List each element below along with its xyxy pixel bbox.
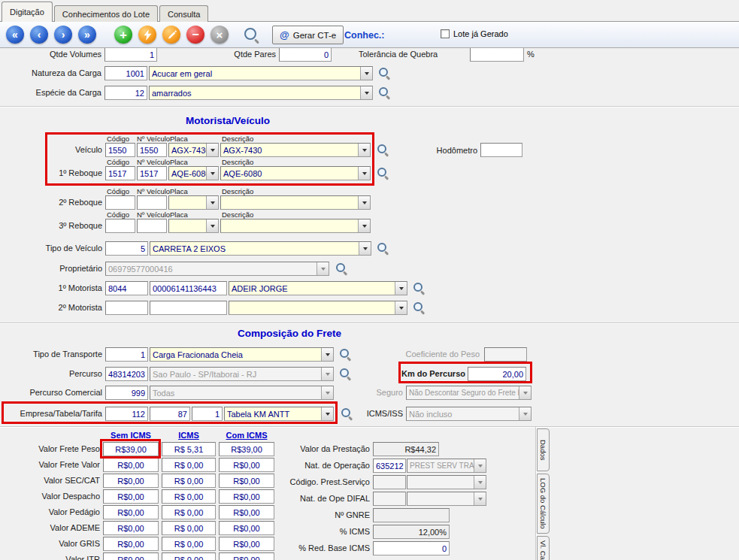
motorista2-nome-select[interactable] — [229, 301, 407, 315]
reboque3-num-field[interactable] — [137, 219, 167, 233]
reboque3-placa-select[interactable] — [168, 219, 219, 233]
natureza-carga-codigo-field[interactable]: 1001 — [104, 66, 147, 80]
tab-consulta[interactable]: Consulta — [159, 5, 208, 22]
reboque1-codigo-field[interactable]: 1517 — [105, 166, 135, 180]
valor-frete-peso-icms-cell[interactable]: R$ 5,31 — [162, 442, 216, 456]
tipo-veiculo-codigo-field[interactable]: 5 — [105, 241, 148, 256]
qtde-pares-field[interactable]: 0 — [279, 47, 332, 62]
tabela-field[interactable]: 87 — [150, 407, 190, 421]
edit-button[interactable] — [162, 26, 180, 44]
motorista1-nome-select[interactable]: ADEIR JORGE — [229, 281, 407, 295]
valor-ademe-com-icms-cell[interactable]: R$0,00 — [219, 521, 274, 535]
side-tab-vl-cal[interactable]: Vl. Cal — [537, 536, 550, 560]
search-icon[interactable] — [378, 86, 391, 99]
motorista1-codigo-field[interactable]: 8044 — [105, 281, 148, 295]
gerar-cte-button[interactable]: @ Gerar CT-e — [272, 26, 344, 44]
valor-frete-valor-icms-cell[interactable]: R$ 0,00 — [162, 458, 216, 472]
reboque1-descricao-select[interactable]: AQE-6080 — [220, 166, 371, 180]
chevron-down-icon[interactable] — [360, 86, 372, 99]
chevron-down-icon[interactable] — [206, 144, 218, 156]
veiculo-num-field[interactable]: 1550 — [137, 143, 167, 157]
search-icon[interactable] — [413, 301, 426, 314]
tarifa-descricao-select[interactable]: Tabela KM ANTT — [224, 407, 334, 421]
search-icon[interactable] — [339, 348, 352, 361]
valor-ademe-icms-cell[interactable]: R$ 0,00 — [162, 521, 216, 535]
motorista1-documento-field[interactable]: 00006141136443 — [150, 281, 227, 295]
valor-frete-peso-sem-icms-cell[interactable]: R$39,00 — [103, 442, 159, 456]
delete-button[interactable]: − — [186, 26, 204, 44]
tipo-transporte-select[interactable]: Carga Fracionada Cheia — [150, 347, 334, 362]
veiculo-codigo-field[interactable]: 1550 — [105, 143, 135, 157]
valor-despacho-icms-cell[interactable]: R$ 0,00 — [162, 489, 216, 504]
natureza-carga-select[interactable]: Acucar em geral — [149, 66, 373, 80]
tolerancia-quebra-field[interactable] — [470, 47, 524, 62]
execute-button[interactable] — [138, 26, 156, 44]
nav-last-button[interactable]: » — [78, 26, 96, 44]
reboque1-placa-select[interactable]: AQE-6080 — [168, 166, 219, 180]
percurso-codigo-field[interactable]: 48314203 — [105, 367, 148, 381]
reboque2-num-field[interactable] — [137, 195, 167, 210]
valor-pedagio-icms-cell[interactable]: R$ 0,00 — [162, 505, 216, 519]
red-base-icms-field[interactable]: 0 — [373, 541, 450, 555]
valor-itr-icms-cell[interactable]: R$ 0,00 — [162, 552, 216, 560]
chevron-down-icon[interactable] — [395, 301, 407, 314]
chevron-down-icon[interactable] — [360, 67, 372, 80]
search-icon[interactable] — [244, 27, 260, 44]
add-button[interactable]: + — [114, 26, 132, 44]
tarifa-field[interactable]: 1 — [192, 407, 223, 421]
valor-gris-com-icms-cell[interactable]: R$0,00 — [219, 537, 274, 551]
especie-carga-select[interactable]: amarrados — [149, 86, 373, 100]
valor-frete-peso-com-icms-cell[interactable]: R$39,00 — [219, 442, 274, 456]
reboque2-codigo-field[interactable] — [105, 195, 135, 210]
tab-conhecimentos-do-lote[interactable]: Conhecimentos do Lote — [54, 5, 158, 22]
chevron-down-icon[interactable] — [206, 167, 218, 180]
chevron-down-icon[interactable] — [395, 282, 407, 295]
cancel-button[interactable]: × — [210, 26, 229, 44]
search-icon[interactable] — [413, 282, 426, 295]
checkbox-box[interactable] — [441, 29, 450, 38]
valor-despacho-com-icms-cell[interactable]: R$0,00 — [219, 489, 274, 504]
search-icon[interactable] — [377, 242, 389, 255]
nav-next-button[interactable]: › — [54, 26, 72, 44]
tab-digitacao[interactable]: Digitação — [2, 2, 53, 22]
especie-carga-codigo-field[interactable]: 12 — [104, 86, 147, 100]
nat-operacao-codigo-field[interactable]: 635212 — [373, 459, 406, 473]
chevron-down-icon[interactable] — [206, 196, 218, 209]
veiculo-descricao-select[interactable]: AGX-7430 — [220, 143, 371, 157]
search-icon[interactable] — [339, 368, 352, 380]
reboque2-descricao-select[interactable] — [220, 195, 371, 210]
side-tab-dados[interactable]: Dados — [537, 428, 550, 471]
valor-gris-icms-cell[interactable]: R$ 0,00 — [162, 537, 216, 551]
hodometro-field[interactable] — [480, 143, 522, 157]
search-icon[interactable] — [335, 262, 348, 275]
valor-gris-sem-icms-cell[interactable]: R$0,00 — [103, 537, 159, 551]
search-icon[interactable] — [377, 167, 389, 180]
chevron-down-icon[interactable] — [206, 219, 218, 232]
veiculo-placa-select[interactable]: AGX-7430 — [168, 143, 219, 157]
empresa-field[interactable]: 112 — [105, 407, 148, 421]
valor-sec-cat-icms-cell[interactable]: R$ 0,00 — [162, 474, 216, 488]
chevron-down-icon[interactable] — [358, 167, 370, 180]
valor-sec-cat-sem-icms-cell[interactable]: R$0,00 — [103, 474, 159, 488]
valor-ademe-sem-icms-cell[interactable]: R$0,00 — [103, 521, 159, 535]
tipo-veiculo-select[interactable]: CARRETA 2 EIXOS — [150, 241, 371, 256]
reboque3-descricao-select[interactable] — [220, 219, 371, 233]
chevron-down-icon[interactable] — [358, 144, 370, 156]
valor-sec-cat-com-icms-cell[interactable]: R$0,00 — [219, 474, 274, 488]
chevron-down-icon[interactable] — [358, 219, 370, 232]
nav-first-button[interactable]: « — [6, 26, 24, 44]
qtde-volumes-field[interactable]: 1 — [104, 47, 157, 62]
valor-frete-valor-sem-icms-cell[interactable]: R$0,00 — [103, 458, 159, 472]
reboque3-codigo-field[interactable] — [105, 219, 135, 233]
reboque1-num-field[interactable]: 1517 — [137, 166, 167, 180]
search-icon[interactable] — [377, 144, 389, 156]
search-icon[interactable] — [378, 67, 391, 80]
valor-frete-valor-com-icms-cell[interactable]: R$0,00 — [219, 458, 274, 472]
valor-pedagio-sem-icms-cell[interactable]: R$0,00 — [103, 505, 159, 519]
km-percurso-field[interactable]: 20,00 — [468, 367, 526, 381]
chevron-down-icon[interactable] — [358, 196, 370, 209]
valor-pedagio-com-icms-cell[interactable]: R$0,00 — [219, 505, 274, 519]
nav-previous-button[interactable]: ‹ — [30, 26, 48, 44]
chevron-down-icon[interactable] — [359, 242, 371, 255]
percurso-comercial-codigo-field[interactable]: 999 — [105, 386, 148, 400]
